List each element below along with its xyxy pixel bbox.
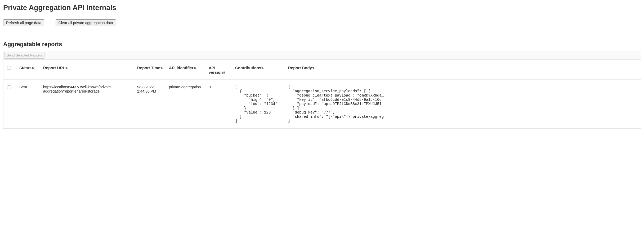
cell-contributions: [ { "bucket": { "high": "0", "low": "123… (232, 80, 285, 129)
page-title: Private Aggregation API Internals (3, 4, 641, 12)
sort-icon: ⇅ (223, 71, 225, 74)
table-row: Sent https://localhost:4437/.well-known/… (3, 80, 641, 129)
sort-icon: ⇅ (261, 67, 263, 69)
col-body[interactable]: Report Body⇅ (285, 60, 641, 80)
sort-icon: ⇅ (32, 67, 34, 69)
sort-icon: ⇅ (160, 67, 163, 69)
reports-table: Status⇅ Report URL⇅ Report Time⇅ API ide… (3, 60, 641, 128)
cell-url: https://localhost:4437/.well-known/priva… (41, 80, 135, 129)
refresh-button[interactable]: Refresh all page data (3, 19, 44, 26)
sort-icon: ⇅ (312, 67, 314, 69)
toolbar: Refresh all page data Clear all private … (3, 19, 641, 31)
cell-status: Sent (17, 80, 41, 129)
sort-icon: ⇅ (194, 67, 196, 69)
cell-time: 9/23/2022, 2:44:36 PM (135, 80, 166, 129)
cell-api-id: private-aggregation (166, 80, 206, 129)
col-url[interactable]: Report URL⇅ (41, 60, 135, 80)
section-title: Aggregatable reports (3, 41, 641, 48)
row-checkbox[interactable] (7, 85, 11, 89)
col-api-version[interactable]: API version⇅ (206, 60, 232, 80)
sort-icon: ⇅ (65, 67, 68, 69)
col-contributions[interactable]: Contributions⇅ (232, 60, 285, 80)
col-status[interactable]: Status⇅ (17, 60, 41, 80)
cell-body: { "aggregation_service_payloads": [ { "d… (285, 80, 641, 129)
clear-button[interactable]: Clear all private aggregation data (56, 19, 116, 26)
send-toolbar: Send Selected Reports (3, 51, 641, 60)
col-time[interactable]: Report Time⇅ (135, 60, 166, 80)
send-selected-button[interactable]: Send Selected Reports (4, 52, 44, 59)
col-api-id[interactable]: API identifier⇅ (166, 60, 206, 80)
select-all-checkbox[interactable] (7, 66, 11, 70)
cell-api-version: 0.1 (206, 80, 232, 129)
